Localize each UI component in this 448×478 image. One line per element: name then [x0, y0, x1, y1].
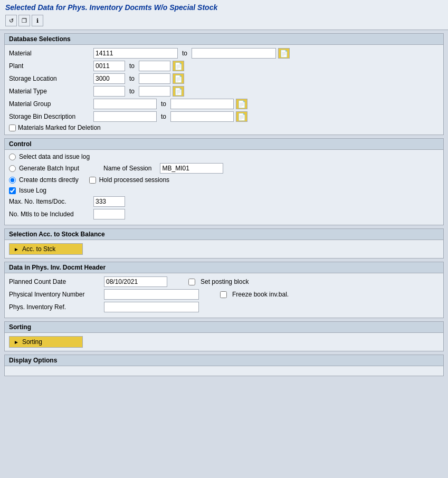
sorting-arrow-icon: ►	[14, 339, 19, 345]
info-icon: ℹ	[36, 17, 39, 24]
radio-create-dcmts[interactable]	[9, 177, 16, 184]
radio-select-data-row: Select data and issue log	[9, 153, 439, 160]
content-area: Database Selections Material to 📄 Plant	[0, 30, 448, 379]
acc-to-stck-button[interactable]: ► Acc. to Stck	[9, 243, 83, 255]
storage-bin-to-input[interactable]	[170, 111, 234, 122]
session-name-label: Name of Session	[103, 165, 151, 172]
material-lookup-button[interactable]: 📄	[278, 48, 290, 59]
storage-bin-from-input[interactable]	[93, 111, 157, 122]
copy-button[interactable]: ❐	[18, 15, 30, 26]
back-icon: ↺	[9, 17, 14, 24]
material-to-input[interactable]	[192, 48, 276, 59]
deletion-checkbox-row: Materials Marked for Deletion	[9, 124, 439, 131]
storage-location-to-label: to	[129, 75, 135, 82]
sorting-button[interactable]: ► Sorting	[9, 336, 83, 348]
database-selections-section: Database Selections Material to 📄 Plant	[4, 33, 444, 135]
phys-inv-ref-row: Phys. Inventory Ref.	[9, 302, 439, 312]
material-group-to-input[interactable]	[170, 99, 234, 109]
deletion-label: Materials Marked for Deletion	[18, 124, 101, 131]
database-selections-header: Database Selections	[5, 34, 443, 45]
freeze-checkbox[interactable]	[220, 291, 227, 298]
main-window: Selected Data for Phys. Inventory Docmts…	[0, 0, 448, 478]
deletion-checkbox[interactable]	[9, 125, 16, 131]
storage-bin-label: Storage Bin Description	[9, 113, 93, 120]
radio-batch-input-row: Generate Batch Input Name of Session	[9, 163, 439, 174]
issue-log-row: Issue Log	[9, 187, 439, 194]
no-mtls-row: No. Mtls to be Included	[9, 209, 439, 219]
phys-inv-ref-input[interactable]	[104, 302, 199, 312]
phys-inv-num-input[interactable]	[104, 289, 199, 300]
max-items-input[interactable]	[93, 196, 125, 207]
display-options-body	[5, 366, 443, 376]
selection-stock-body: ► Acc. to Stck	[5, 240, 443, 258]
storage-location-to-input[interactable]	[139, 73, 170, 84]
material-group-from-input[interactable]	[93, 99, 157, 109]
hold-processed-label: Hold processed sessions	[99, 176, 169, 184]
control-header: Control	[5, 139, 443, 150]
radio-select-data[interactable]	[9, 154, 16, 160]
sorting-header: Sorting	[5, 322, 443, 333]
material-type-to-input[interactable]	[139, 86, 170, 97]
radio-batch-input[interactable]	[9, 165, 16, 172]
control-section: Control Select data and issue log Genera…	[4, 138, 444, 225]
storage-bin-row: Storage Bin Description to 📄	[9, 111, 439, 122]
issue-log-checkbox[interactable]	[9, 187, 16, 194]
material-type-from-input[interactable]	[93, 86, 125, 97]
material-type-to-label: to	[129, 88, 135, 95]
sorting-label: Sorting	[22, 338, 42, 346]
database-selections-body: Material to 📄 Plant to 📄	[5, 45, 443, 135]
storage-bin-to-label: to	[161, 113, 166, 120]
selection-stock-section: Selection Acc. to Stock Balance ► Acc. t…	[4, 228, 444, 259]
max-items-label: Max. No. Items/Doc.	[9, 198, 93, 205]
plant-lookup-button[interactable]: 📄	[173, 61, 184, 71]
material-type-lookup-button[interactable]: 📄	[173, 86, 184, 97]
set-posting-checkbox[interactable]	[188, 279, 195, 285]
material-group-lookup-button[interactable]: 📄	[236, 99, 247, 109]
toolbar: ↺ ❐ ℹ	[5, 14, 443, 27]
storage-location-from-input[interactable]	[93, 73, 125, 84]
issue-log-label: Issue Log	[19, 187, 46, 194]
radio-create-dcmts-row: Create dcmts directly	[9, 176, 79, 184]
plant-to-label: to	[129, 62, 135, 70]
page-title: Selected Data for Phys. Inventory Docmts…	[5, 3, 443, 12]
hold-processed-checkbox[interactable]	[89, 177, 96, 184]
storage-location-lookup-button[interactable]: 📄	[173, 73, 184, 84]
radio-create-dcmts-label: Create dcmts directly	[19, 176, 79, 184]
material-group-to-label: to	[161, 100, 166, 108]
display-options-section: Display Options	[4, 355, 444, 376]
freeze-row: Freeze book inv.bal.	[220, 291, 289, 298]
material-type-label: Material Type	[9, 88, 93, 95]
sorting-body: ► Sorting	[5, 333, 443, 351]
material-type-lookup-icon: 📄	[174, 88, 183, 95]
set-posting-row: Set posting block	[188, 278, 249, 285]
copy-icon: ❐	[22, 17, 27, 24]
plant-to-input[interactable]	[139, 61, 170, 71]
info-button[interactable]: ℹ	[32, 15, 43, 26]
plant-row: Plant to 📄	[9, 61, 439, 71]
material-row: Material to 📄	[9, 48, 439, 59]
phys-inv-num-label: Physical Inventory Number	[9, 291, 104, 298]
back-button[interactable]: ↺	[5, 15, 17, 26]
max-items-row: Max. No. Items/Doc.	[9, 196, 439, 207]
radio-select-data-label: Select data and issue log	[19, 153, 90, 160]
storage-location-lookup-icon: 📄	[174, 75, 183, 83]
radio-batch-input-label: Generate Batch Input	[19, 165, 79, 172]
planned-count-input[interactable]	[104, 276, 167, 287]
no-mtls-input[interactable]	[93, 209, 125, 219]
phys-inv-body: Planned Count Date Set posting block Phy…	[5, 273, 443, 318]
session-name-input[interactable]	[160, 163, 223, 174]
material-group-label: Material Group	[9, 100, 93, 108]
storage-bin-lookup-icon: 📄	[237, 113, 246, 121]
acc-to-stck-arrow-icon: ►	[14, 246, 19, 252]
set-posting-label: Set posting block	[201, 278, 249, 285]
material-from-input[interactable]	[93, 48, 178, 59]
plant-lookup-icon: 📄	[174, 62, 183, 70]
material-lookup-icon: 📄	[280, 50, 288, 58]
planned-count-row: Planned Count Date Set posting block	[9, 276, 439, 287]
acc-to-stck-label: Acc. to Stck	[22, 245, 55, 253]
storage-bin-lookup-button[interactable]: 📄	[236, 111, 247, 122]
plant-from-input[interactable]	[93, 61, 125, 71]
material-type-row: Material Type to 📄	[9, 86, 439, 97]
storage-location-row: Storage Location to 📄	[9, 73, 439, 84]
freeze-label: Freeze book inv.bal.	[232, 291, 289, 298]
